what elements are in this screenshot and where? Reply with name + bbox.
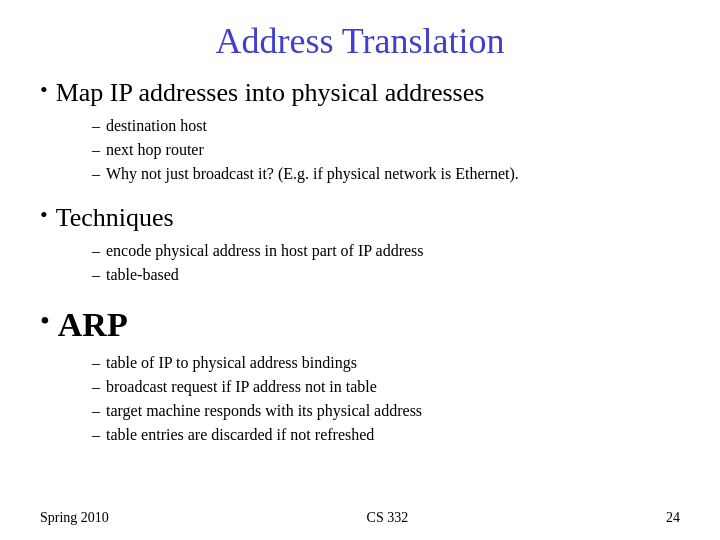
dash-3: – [92,162,100,185]
sub-bullet-arp-4: – table entries are discarded if not ref… [92,423,680,446]
sub-bullets-map-ip: – destination host – next hop router – W… [92,114,680,186]
sub-bullet-arp-2: – broadcast request if IP address not in… [92,375,680,398]
section-techniques: • Techniques – encode physical address i… [40,201,680,292]
sub-bullet-map-ip-1: – destination host [92,114,680,137]
sub-bullet-text-arp-2: broadcast request if IP address not in t… [106,375,680,398]
sub-bullets-techniques: – encode physical address in host part o… [92,239,680,286]
sub-bullet-techniques-1: – encode physical address in host part o… [92,239,680,262]
bullet-main-map-ip: • Map IP addresses into physical address… [40,76,680,110]
bullet-dot-1: • [40,76,48,105]
sub-bullets-arp: – table of IP to physical address bindin… [92,351,680,447]
dash-6: – [92,351,100,374]
section-arp: • ARP – table of IP to physical address … [40,303,680,453]
dash-7: – [92,375,100,398]
sub-bullet-map-ip-2: – next hop router [92,138,680,161]
bullet-text-techniques: Techniques [56,201,174,235]
sub-bullet-text-map-ip-1: destination host [106,114,680,137]
bullet-text-map-ip: Map IP addresses into physical addresses [56,76,485,110]
sub-bullet-text-techniques-2: table-based [106,263,680,286]
sub-bullet-text-arp-1: table of IP to physical address bindings [106,351,680,374]
dash-4: – [92,239,100,262]
slide-title: Address Translation [40,20,680,62]
sub-bullet-text-arp-3: target machine responds with its physica… [106,399,680,422]
sub-bullet-text-arp-4: table entries are discarded if not refre… [106,423,680,446]
sub-bullet-arp-3: – target machine responds with its physi… [92,399,680,422]
sub-bullet-techniques-2: – table-based [92,263,680,286]
bullet-dot-2: • [40,201,48,230]
sub-bullet-text-techniques-1: encode physical address in host part of … [106,239,680,262]
slide: Address Translation • Map IP addresses i… [0,0,720,540]
dash-5: – [92,263,100,286]
slide-footer: Spring 2010 CS 332 24 [0,510,720,526]
bullet-dot-3: • [40,303,50,339]
footer-left: Spring 2010 [40,510,109,526]
dash-2: – [92,138,100,161]
bullet-main-techniques: • Techniques [40,201,680,235]
footer-center: CS 332 [367,510,409,526]
sub-bullet-map-ip-3: – Why not just broadcast it? (E.g. if ph… [92,162,680,185]
section-map-ip: • Map IP addresses into physical address… [40,76,680,191]
dash-8: – [92,399,100,422]
bullet-main-arp: • ARP [40,303,680,347]
sub-bullet-text-map-ip-2: next hop router [106,138,680,161]
footer-right: 24 [666,510,680,526]
bullet-text-arp: ARP [58,303,128,347]
sub-bullet-arp-1: – table of IP to physical address bindin… [92,351,680,374]
dash-9: – [92,423,100,446]
sub-bullet-text-map-ip-3: Why not just broadcast it? (E.g. if phys… [106,162,680,185]
dash-1: – [92,114,100,137]
